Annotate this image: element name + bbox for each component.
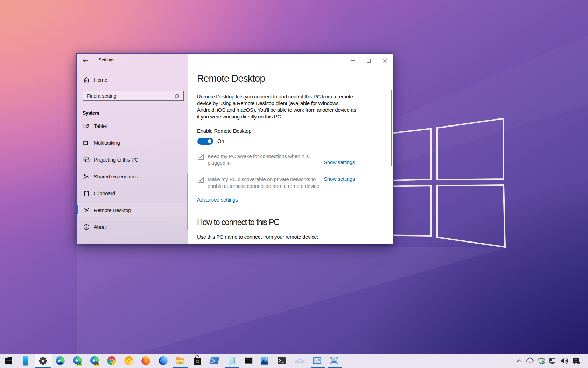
- svg-text:CAN: CAN: [94, 363, 98, 365]
- svg-text:C:\_: C:\_: [246, 359, 251, 361]
- svg-text:DEV: DEV: [77, 363, 82, 365]
